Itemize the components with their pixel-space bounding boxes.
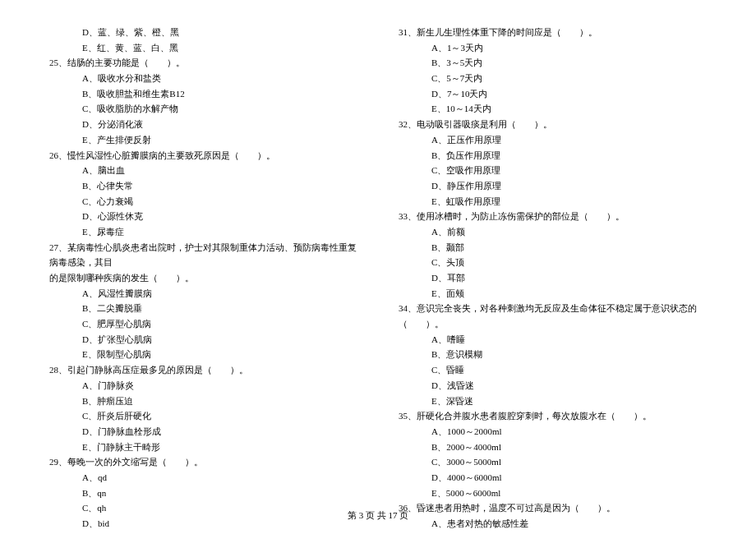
right-option: A、前额 [399, 224, 707, 240]
left-option: E、限制型心肌病 [49, 347, 357, 362]
right-question: 34、意识完全丧失，对各种刺激均无反应及生命体征不稳定属于意识状态的（ ）。 [399, 301, 707, 331]
left-option: A、风湿性瓣膜病 [49, 286, 357, 302]
right-question: 33、使用冰槽时，为防止冻伤需保护的部位是（ ）。 [399, 209, 707, 224]
right-option: A、正压作用原理 [399, 132, 707, 148]
left-question: 28、引起门静脉高压症最多见的原因是（ ）。 [49, 362, 357, 378]
left-option: B、二尖瓣脱垂 [49, 301, 357, 316]
right-option: C、3000～5000ml [399, 454, 707, 470]
page-content: D、蓝、绿、紫、橙、黑E、红、黄、蓝、白、黑25、结肠的主要功能是（ ）。A、吸… [49, 25, 707, 534]
left-option: A、脑出血 [49, 163, 357, 178]
right-option: B、颞部 [399, 240, 707, 255]
right-question: 32、电动吸引器吸痰是利用（ ）。 [399, 117, 707, 132]
right-option: C、5～7天内 [399, 71, 707, 86]
right-option: D、浅昏迷 [399, 378, 707, 394]
left-option: E、门静脉主干畸形 [49, 440, 357, 455]
left-question-continue: 的是限制哪种疾病的发生（ ）。 [49, 270, 357, 286]
right-column: 31、新生儿生理性体重下降的时间应是（ ）。A、1～3天内B、3～5天内C、5～… [399, 25, 707, 534]
right-option: C、头顶 [399, 255, 707, 270]
right-option: D、静压作用原理 [399, 178, 707, 194]
left-option: D、门静脉血栓形成 [49, 424, 357, 440]
left-option: B、qn [49, 486, 357, 501]
left-option: A、门静脉炎 [49, 378, 357, 394]
left-question: 29、每晚一次的外文缩写是（ ）。 [49, 454, 357, 470]
right-option: B、3～5天内 [399, 55, 707, 71]
right-option: E、面颊 [399, 286, 707, 302]
right-option: A、1000～2000ml [399, 424, 707, 440]
left-option: E、产生排便反射 [49, 132, 357, 148]
left-question: 25、结肠的主要功能是（ ）。 [49, 55, 357, 71]
left-option: D、分泌消化液 [49, 117, 357, 132]
left-question: 26、慢性风湿性心脏瓣膜病的主要致死原因是（ ）。 [49, 148, 357, 163]
left-option: C、肥厚型心肌病 [49, 316, 357, 332]
right-option: B、意识模糊 [399, 347, 707, 362]
left-option: E、红、黄、蓝、白、黑 [49, 40, 357, 56]
left-option: C、肝炎后肝硬化 [49, 408, 357, 424]
right-question: 35、肝硬化合并腹水患者腹腔穿刺时，每次放腹水在（ ）。 [399, 408, 707, 424]
left-option: D、扩张型心肌病 [49, 332, 357, 348]
right-option: E、5000～6000ml [399, 486, 707, 501]
left-option: B、肿瘤压迫 [49, 394, 357, 409]
left-option: A、吸收水分和盐类 [49, 71, 357, 86]
left-question: 27、某病毒性心肌炎患者出院时，护士对其限制重体力活动、预防病毒性重复病毒感染，… [49, 240, 357, 270]
right-option: B、2000～4000ml [399, 440, 707, 455]
left-option: D、心源性休克 [49, 209, 357, 224]
right-option: D、7～10天内 [399, 86, 707, 102]
right-option: A、1～3天内 [399, 40, 707, 56]
right-option: D、耳部 [399, 270, 707, 286]
left-option: A、qd [49, 470, 357, 486]
right-option: C、昏睡 [399, 362, 707, 378]
right-option: E、10～14天内 [399, 101, 707, 117]
left-option: B、心律失常 [49, 178, 357, 194]
left-option: C、吸收脂肪的水解产物 [49, 101, 357, 117]
page-footer: 第 3 页 共 17 页 [0, 509, 756, 522]
right-option: B、负压作用原理 [399, 148, 707, 163]
right-option: A、嗜睡 [399, 332, 707, 348]
right-option: E、虹吸作用原理 [399, 194, 707, 209]
left-option: B、吸收胆盐和维生素B12 [49, 86, 357, 102]
right-question: 31、新生儿生理性体重下降的时间应是（ ）。 [399, 25, 707, 40]
left-option: D、蓝、绿、紫、橙、黑 [49, 25, 357, 40]
left-option: C、心力衰竭 [49, 194, 357, 209]
left-option: E、尿毒症 [49, 224, 357, 240]
left-column: D、蓝、绿、紫、橙、黑E、红、黄、蓝、白、黑25、结肠的主要功能是（ ）。A、吸… [49, 25, 357, 534]
right-option: E、深昏迷 [399, 394, 707, 409]
right-option: D、4000～6000ml [399, 470, 707, 486]
right-option: C、空吸作用原理 [399, 163, 707, 178]
